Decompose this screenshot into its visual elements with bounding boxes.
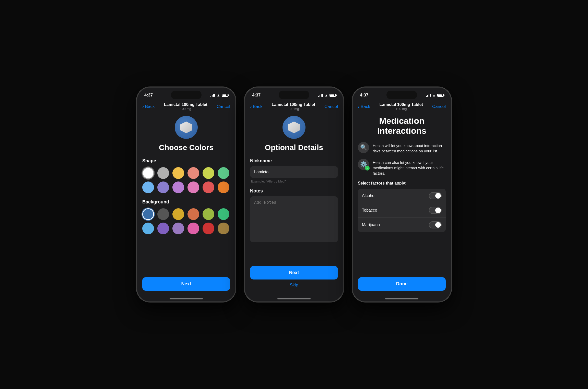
nav-cancel-2[interactable]: Cancel — [324, 104, 338, 109]
pill-circle-1 — [175, 116, 198, 139]
nav-back-label-2[interactable]: Back — [253, 104, 263, 109]
chevron-left-icon-2: ‹ — [250, 104, 252, 109]
screen-title-2: Optional Details — [250, 143, 338, 152]
checkmark-circle-icon: ⚙️ ✓ — [358, 159, 369, 170]
shape-swatch-9[interactable] — [187, 181, 199, 193]
pill-circle-2 — [283, 116, 305, 139]
nav-header-2: ‹ Back Lamictal 100mg Tablet 100 mg Canc… — [245, 100, 343, 114]
nav-back-label-1[interactable]: Back — [145, 104, 155, 109]
nav-subtitle-1: 100 mg — [164, 107, 207, 111]
done-button[interactable]: Done — [358, 277, 446, 291]
interaction-row-0: 🔍 Health will let you know about interac… — [358, 142, 446, 154]
nav-header-1: ‹ Back Lamictal 100mg Tablet 100 mg Canc… — [137, 100, 235, 114]
pill-shape-2 — [288, 121, 300, 133]
factor-item-alcohol: Alcohol — [358, 189, 446, 203]
nav-back-label-3[interactable]: Back — [361, 104, 370, 109]
interaction-text-1: Health can also let you know if your med… — [373, 159, 446, 176]
bg-swatch-1[interactable] — [157, 208, 169, 220]
shape-swatch-10[interactable] — [203, 181, 214, 193]
status-time-2: 4:37 — [252, 93, 261, 98]
bg-swatch-5[interactable] — [218, 208, 229, 220]
status-icons-2: ▲ — [318, 93, 336, 97]
bg-swatch-9[interactable] — [187, 223, 199, 234]
nav-cancel-3[interactable]: Cancel — [432, 104, 446, 109]
phone-1: 4:37 ▲ ‹ Back Lamictal 100mg Ta — [136, 87, 236, 302]
factor-item-marijuana: Marijuana — [358, 218, 446, 232]
bg-swatch-11[interactable] — [218, 223, 229, 234]
status-bar-1: 4:37 ▲ — [137, 88, 235, 100]
factor-list: Alcohol Tobacco Marijuana — [358, 189, 446, 232]
phone-2: 4:37 ▲ ‹ Back Lamictal 100mg Ta — [244, 87, 344, 302]
nav-title-block-1: Lamictal 100mg Tablet 100 mg — [164, 102, 207, 111]
nav-back-2[interactable]: ‹ Back — [250, 104, 262, 109]
shape-swatch-7[interactable] — [157, 181, 169, 193]
bg-swatch-0[interactable] — [142, 208, 154, 220]
pill-icon-area-1 — [137, 116, 235, 139]
signal-icon-1 — [210, 94, 215, 97]
bg-swatch-7[interactable] — [157, 223, 169, 234]
interaction-row-1: ⚙️ ✓ Health can also let you know if you… — [358, 159, 446, 176]
nickname-input[interactable] — [250, 166, 338, 178]
nav-header-3: ‹ Back Lamictal 100mg Tablet 100 mg Canc… — [353, 100, 451, 114]
marijuana-toggle[interactable] — [429, 221, 442, 228]
bg-color-grid — [142, 208, 230, 234]
btn-area-3: Done — [353, 273, 451, 293]
nav-back-1[interactable]: ‹ Back — [142, 104, 155, 109]
screen-content-3: MedicationInteractions 🔍 Health will let… — [353, 114, 451, 273]
shape-swatch-4[interactable] — [203, 167, 214, 179]
next-button-2[interactable]: Next — [250, 266, 338, 279]
bg-swatch-3[interactable] — [187, 208, 199, 220]
home-indicator-3 — [353, 293, 451, 301]
shape-swatch-11[interactable] — [218, 181, 229, 193]
wifi-icon-3: ▲ — [432, 93, 436, 97]
home-bar-3 — [385, 298, 418, 299]
nav-title-1: Lamictal 100mg Tablet — [164, 102, 207, 107]
notes-label: Notes — [250, 188, 338, 194]
search-magnify-icon: 🔍 — [358, 142, 369, 153]
shape-swatch-6[interactable] — [142, 181, 154, 193]
bg-swatch-2[interactable] — [172, 208, 184, 220]
status-time-3: 4:37 — [360, 93, 368, 98]
factors-label: Select factors that apply: — [358, 181, 446, 186]
nav-title-3: Lamictal 100mg Tablet — [380, 102, 423, 107]
bg-swatch-10[interactable] — [203, 223, 214, 234]
nav-cancel-1[interactable]: Cancel — [217, 104, 230, 109]
tobacco-toggle[interactable] — [429, 207, 442, 214]
shape-swatch-3[interactable] — [187, 167, 199, 179]
nav-title-block-2: Lamictal 100mg Tablet 100 mg — [272, 102, 315, 111]
nav-back-3[interactable]: ‹ Back — [358, 104, 370, 109]
screen-title-1: Choose Colors — [142, 143, 230, 152]
shape-swatch-0[interactable] — [142, 167, 154, 179]
home-indicator-2 — [245, 293, 343, 301]
battery-icon-1 — [222, 94, 228, 97]
chevron-left-icon-1: ‹ — [142, 104, 144, 109]
battery-icon-3 — [437, 94, 444, 97]
factor-item-tobacco: Tobacco — [358, 203, 446, 218]
status-time-1: 4:37 — [144, 93, 153, 98]
status-bar-3: 4:37 ▲ — [353, 88, 451, 100]
shape-swatch-1[interactable] — [157, 167, 169, 179]
notes-input[interactable] — [250, 196, 338, 242]
shape-color-grid — [142, 167, 230, 193]
skip-button[interactable]: Skip — [250, 279, 338, 291]
med-interactions-title: MedicationInteractions — [358, 116, 446, 136]
bg-swatch-4[interactable] — [203, 208, 214, 220]
bg-swatch-8[interactable] — [172, 223, 184, 234]
next-button-1[interactable]: Next — [142, 277, 230, 291]
shape-swatch-2[interactable] — [172, 167, 184, 179]
screen-content-1: Choose Colors Shape Background — [137, 143, 235, 273]
alcohol-toggle[interactable] — [429, 192, 442, 199]
shape-swatch-8[interactable] — [172, 181, 184, 193]
btn-area-1: Next — [137, 273, 235, 293]
chevron-left-icon-3: ‹ — [358, 104, 360, 109]
status-icons-1: ▲ — [210, 93, 228, 97]
btn-area-2: Next Skip — [245, 262, 343, 293]
nav-title-block-3: Lamictal 100mg Tablet 100 mg — [380, 102, 423, 111]
factor-name-tobacco: Tobacco — [362, 208, 377, 213]
wifi-icon-2: ▲ — [324, 93, 328, 97]
status-icons-3: ▲ — [426, 93, 444, 97]
shape-swatch-5[interactable] — [218, 167, 229, 179]
interaction-text-0: Health will let you know about interacti… — [373, 142, 446, 154]
bg-swatch-6[interactable] — [142, 223, 154, 234]
factor-name-marijuana: Marijuana — [362, 223, 380, 227]
